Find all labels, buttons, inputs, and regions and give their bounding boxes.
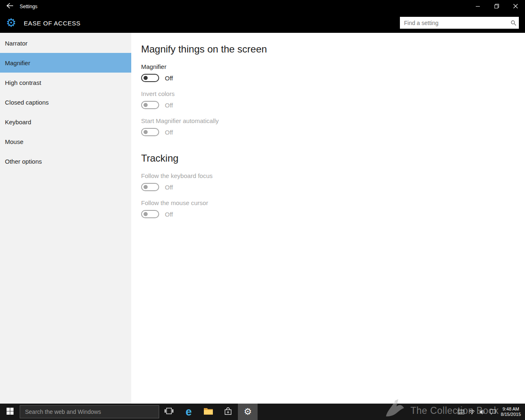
store-bag-icon bbox=[224, 407, 232, 417]
toggle-state-label: Off bbox=[165, 129, 173, 136]
folder-icon bbox=[204, 408, 213, 416]
sidebar-item-label: Keyboard bbox=[5, 119, 31, 126]
settings-gear-icon: ⚙ bbox=[4, 16, 18, 30]
window-title: Settings bbox=[20, 4, 37, 9]
setting-label: Magnifier bbox=[141, 63, 525, 70]
setting-invert-colors: Invert colors Off bbox=[141, 90, 525, 109]
sidebar-item-label: Closed captions bbox=[5, 99, 49, 106]
close-icon bbox=[513, 3, 518, 10]
search-icon[interactable] bbox=[508, 20, 519, 26]
settings-taskbar-button[interactable]: ⚙ bbox=[238, 404, 258, 420]
main-content: Magnify things on the screen Magnifier O… bbox=[141, 33, 525, 404]
setting-label: Follow the keyboard focus bbox=[141, 172, 525, 179]
titlebar: Settings bbox=[0, 0, 525, 13]
toggle-knob bbox=[144, 185, 148, 189]
start-button[interactable] bbox=[0, 404, 20, 420]
setting-follow-keyboard-focus: Follow the keyboard focus Off bbox=[141, 172, 525, 191]
taskbar-search-input[interactable] bbox=[20, 406, 159, 418]
volume-icon[interactable] bbox=[477, 409, 488, 415]
setting-label: Start Magnifier automatically bbox=[141, 117, 525, 124]
setting-label: Follow the mouse cursor bbox=[141, 199, 525, 206]
follow-keyboard-focus-toggle bbox=[141, 183, 159, 191]
file-explorer-button[interactable] bbox=[199, 404, 218, 420]
setting-follow-mouse-cursor: Follow the mouse cursor Off bbox=[141, 199, 525, 218]
find-setting-searchbox[interactable] bbox=[400, 17, 519, 29]
sidebar-item-label: Narrator bbox=[5, 40, 27, 47]
sidebar-item-label: High contrast bbox=[5, 79, 41, 86]
task-view-icon bbox=[164, 408, 173, 416]
follow-mouse-cursor-toggle bbox=[141, 210, 159, 218]
sidebar-item-mouse[interactable]: Mouse bbox=[0, 132, 131, 151]
touch-keyboard-icon[interactable] bbox=[456, 410, 466, 414]
section-heading-tracking: Tracking bbox=[141, 153, 525, 164]
back-arrow-icon bbox=[6, 3, 14, 10]
sidebar-item-narrator[interactable]: Narrator bbox=[0, 33, 131, 53]
sidebar-item-high-contrast[interactable]: High contrast bbox=[0, 73, 131, 92]
windows-logo-icon bbox=[7, 408, 14, 416]
toggle-knob bbox=[144, 103, 148, 107]
restore-icon bbox=[494, 3, 499, 10]
setting-magnifier: Magnifier Off bbox=[141, 63, 525, 82]
task-view-button[interactable] bbox=[159, 404, 179, 420]
edge-icon: e bbox=[185, 406, 192, 418]
sidebar-item-keyboard[interactable]: Keyboard bbox=[0, 112, 131, 132]
close-button[interactable] bbox=[506, 0, 525, 13]
toggle-state-label: Off bbox=[165, 102, 173, 109]
setting-start-magnifier-automatically: Start Magnifier automatically Off bbox=[141, 117, 525, 136]
setting-label: Invert colors bbox=[141, 90, 525, 97]
sidebar-item-closed-captions[interactable]: Closed captions bbox=[0, 92, 131, 112]
toggle-knob bbox=[144, 76, 148, 80]
sidebar-item-label: Magnifier bbox=[5, 59, 30, 66]
system-tray: 9:48 AM 8/15/2015 bbox=[456, 404, 525, 420]
find-setting-input[interactable] bbox=[400, 17, 508, 29]
edge-button[interactable]: e bbox=[179, 404, 199, 420]
store-button[interactable] bbox=[218, 404, 238, 420]
clock-date: 8/15/2015 bbox=[501, 412, 521, 417]
page-title: EASE OF ACCESS bbox=[24, 20, 80, 27]
sidebar-item-other-options[interactable]: Other options bbox=[0, 151, 131, 171]
maximize-button[interactable] bbox=[487, 0, 506, 13]
start-magnifier-automatically-toggle bbox=[141, 128, 159, 136]
section-heading-magnify: Magnify things on the screen bbox=[141, 43, 525, 55]
network-icon[interactable] bbox=[466, 409, 477, 414]
toggle-knob bbox=[144, 212, 148, 216]
settings-window: Settings ⚙ EASE OF ACCESS bbox=[0, 0, 525, 420]
toggle-state-label: Off bbox=[165, 211, 173, 218]
action-center-icon[interactable] bbox=[488, 409, 498, 415]
sidebar-item-magnifier[interactable]: Magnifier bbox=[0, 53, 131, 73]
invert-colors-toggle bbox=[141, 101, 159, 109]
sidebar: Narrator Magnifier High contrast Closed … bbox=[0, 33, 131, 404]
toggle-state-label: Off bbox=[165, 75, 173, 82]
toggle-knob bbox=[144, 130, 148, 134]
taskbar-searchbox[interactable] bbox=[20, 405, 159, 418]
clock-time: 9:48 AM bbox=[501, 406, 521, 412]
minimize-icon bbox=[475, 3, 480, 10]
app-header: ⚙ EASE OF ACCESS bbox=[0, 13, 525, 33]
back-button[interactable] bbox=[0, 0, 20, 13]
magnifier-toggle[interactable] bbox=[141, 74, 159, 82]
gear-icon: ⚙ bbox=[244, 407, 252, 417]
clock[interactable]: 9:48 AM 8/15/2015 bbox=[498, 406, 525, 417]
toggle-state-label: Off bbox=[165, 184, 173, 191]
taskbar: e ⚙ bbox=[0, 404, 525, 420]
minimize-button[interactable] bbox=[468, 0, 487, 13]
sidebar-item-label: Other options bbox=[5, 158, 42, 165]
sidebar-item-label: Mouse bbox=[5, 138, 23, 145]
